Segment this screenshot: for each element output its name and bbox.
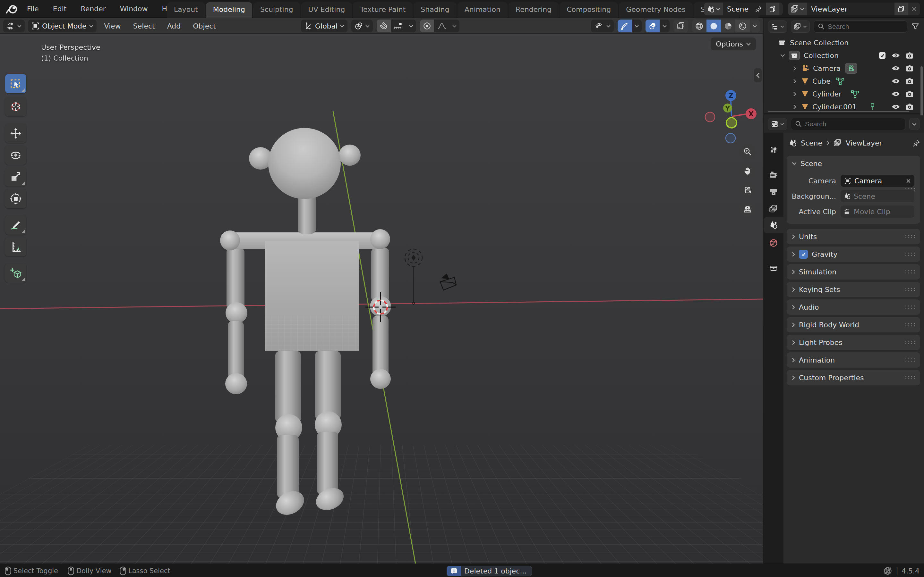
panel-rigid-body-world[interactable]: Rigid Body World	[787, 317, 920, 332]
tab-shading[interactable]: Shading	[414, 2, 456, 18]
ortho-toggle-button[interactable]	[740, 201, 755, 217]
tool-transform[interactable]	[5, 189, 26, 208]
tab-collection[interactable]	[764, 259, 783, 276]
pivot-point-dropdown[interactable]	[351, 19, 373, 32]
navigation-gizmo[interactable]: Z Y X	[703, 88, 761, 149]
menu-view[interactable]: View	[100, 22, 126, 30]
show-overlays-toggle[interactable]	[646, 19, 660, 32]
shading-wireframe-button[interactable]	[692, 19, 706, 32]
visibility-dropdown[interactable]	[591, 19, 614, 32]
render-camera-icon[interactable]	[905, 64, 914, 72]
panel-animation[interactable]: Animation	[787, 352, 920, 367]
camera-field[interactable]: Camera	[841, 175, 914, 187]
xray-toggle[interactable]	[674, 19, 688, 32]
panel-keying-sets[interactable]: Keying Sets	[787, 282, 920, 297]
outliner-row-scene-collection[interactable]: Scene Collection	[764, 36, 919, 49]
shading-solid-button[interactable]	[706, 19, 721, 32]
overlays-options-dropdown[interactable]	[660, 19, 670, 32]
eye-icon[interactable]	[891, 103, 900, 110]
outliner-search-input[interactable]	[828, 23, 876, 31]
tool-measure[interactable]	[5, 237, 26, 256]
tab-compositing[interactable]: Compositing	[559, 2, 618, 18]
camera-data-badge[interactable]	[845, 63, 857, 74]
render-camera-icon[interactable]	[905, 90, 914, 98]
menu-window[interactable]: Window	[114, 3, 153, 15]
properties-search[interactable]	[791, 118, 905, 130]
tool-rotate[interactable]	[5, 145, 26, 165]
tool-scale[interactable]	[5, 167, 26, 187]
breadcrumb-viewlayer[interactable]: ViewLayer	[846, 139, 882, 147]
outliner-row-cylinder[interactable]: Cylinder	[764, 87, 919, 100]
render-camera-icon[interactable]	[905, 77, 914, 85]
outliner-row-collection[interactable]: Collection	[764, 49, 919, 62]
tab-uv-editing[interactable]: UV Editing	[301, 2, 352, 18]
show-gizmo-toggle[interactable]	[618, 19, 632, 32]
render-camera-icon[interactable]	[905, 103, 914, 111]
options-dropdown[interactable]: Options	[711, 37, 756, 50]
menu-render[interactable]: Render	[75, 3, 111, 15]
scene-panel-header[interactable]: Scene	[787, 156, 920, 171]
snap-target-button[interactable]	[391, 19, 406, 32]
transform-orientation-dropdown[interactable]: Global	[301, 19, 347, 32]
proportional-options-dropdown[interactable]	[449, 19, 459, 32]
outliner-row-cube[interactable]: Cube	[764, 75, 919, 87]
menu-select[interactable]: Select	[129, 22, 160, 30]
outliner-row-camera[interactable]: Camera	[764, 62, 919, 75]
pin-icon[interactable]	[913, 139, 920, 147]
panel-simulation[interactable]: Simulation	[787, 264, 920, 279]
snap-toggle[interactable]	[376, 19, 391, 32]
tool-cursor[interactable]	[5, 97, 26, 116]
tab-tool[interactable]	[764, 142, 783, 159]
shading-rendered-button[interactable]	[735, 19, 750, 32]
outliner-editor-type-button[interactable]	[768, 21, 787, 33]
outliner-horizontal-scrollbar[interactable]	[768, 111, 909, 112]
shading-material-button[interactable]	[721, 19, 735, 32]
tab-rendering[interactable]: Rendering	[509, 2, 559, 18]
breadcrumb-scene[interactable]: Scene	[801, 139, 822, 147]
eye-icon[interactable]	[891, 52, 900, 59]
tab-scene[interactable]	[764, 217, 783, 234]
background-scene-field[interactable]: Scene	[841, 190, 914, 202]
properties-search-input[interactable]	[805, 120, 853, 128]
tab-view-layer[interactable]	[764, 201, 783, 218]
scene-name-field[interactable]: Scene	[723, 3, 766, 15]
viewlayer-name-field[interactable]: ViewLayer	[807, 3, 895, 15]
menu-file[interactable]: File	[21, 3, 45, 15]
panel-light-probes[interactable]: Light Probes	[787, 335, 920, 350]
sidebar-collapse-chevron[interactable]	[754, 68, 762, 82]
panel-audio[interactable]: Audio	[787, 300, 920, 315]
checkbox-checked-icon[interactable]	[879, 52, 886, 59]
editor-type-button[interactable]	[3, 19, 25, 32]
tab-render[interactable]	[764, 167, 783, 183]
tab-animation[interactable]: Animation	[457, 2, 507, 18]
tab-sculpting[interactable]: Sculpting	[253, 2, 300, 18]
close-icon[interactable]	[906, 178, 911, 184]
render-camera-icon[interactable]	[905, 52, 914, 59]
outliner-search[interactable]	[814, 21, 907, 33]
snap-options-dropdown[interactable]	[406, 19, 416, 32]
properties-options-dropdown[interactable]	[909, 118, 919, 130]
menu-edit[interactable]: Edit	[47, 3, 73, 15]
viewlayer-new-button[interactable]	[895, 3, 908, 15]
viewlayer-remove-button[interactable]	[908, 3, 920, 15]
menu-object[interactable]: Object	[188, 22, 220, 30]
viewlayer-datablock-button[interactable]	[788, 3, 807, 15]
pan-view-button[interactable]	[740, 163, 755, 179]
gravity-checkbox[interactable]	[799, 250, 808, 259]
pin-icon[interactable]	[755, 5, 762, 13]
panel-units[interactable]: Units	[787, 229, 920, 244]
tab-geometry-nodes[interactable]: Geometry Nodes	[619, 2, 693, 18]
panel-gravity[interactable]: Gravity	[787, 247, 920, 262]
tool-move[interactable]	[5, 124, 26, 143]
tab-output[interactable]	[764, 184, 783, 200]
scene-datablock-button[interactable]	[704, 3, 723, 15]
gizmo-options-dropdown[interactable]	[632, 19, 642, 32]
menu-add[interactable]: Add	[163, 22, 186, 30]
tool-select-box[interactable]	[5, 74, 26, 93]
viewport-canvas[interactable]: User Perspective (1) Collection Options	[0, 34, 763, 564]
tool-add-cube[interactable]	[5, 263, 26, 283]
panel-custom-properties[interactable]: Custom Properties	[787, 370, 920, 385]
mode-dropdown[interactable]: Object Mode	[28, 19, 97, 32]
tool-annotate[interactable]	[5, 215, 26, 235]
blender-logo-icon[interactable]	[5, 3, 19, 14]
